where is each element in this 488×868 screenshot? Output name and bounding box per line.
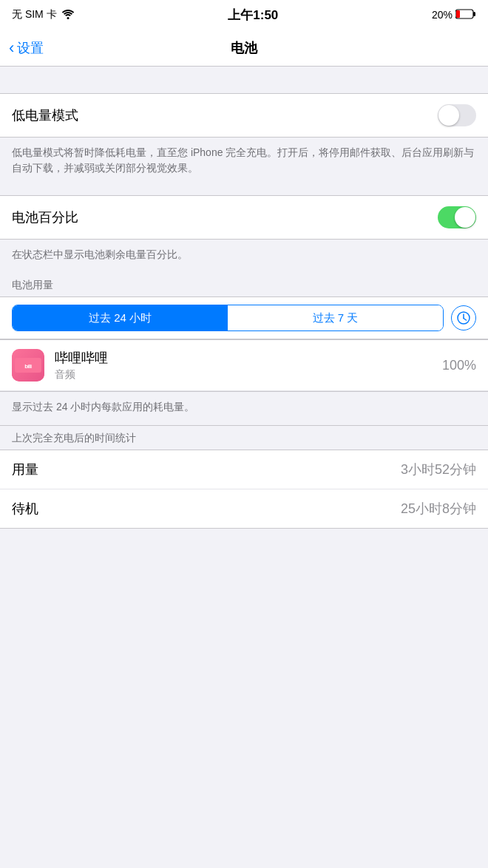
status-left: 无 SIM 卡 [12,8,75,21]
app-info-bilibili: 哔哩哔哩 音频 [55,349,432,382]
svg-point-0 [67,17,69,19]
clock-icon [457,311,470,325]
battery-usage-header: 电池用量 [0,273,488,296]
low-power-mode-row: 低电量模式 [0,94,488,137]
bottom-spacing [0,529,488,617]
battery-percentage-description: 在状态栏中显示电池剩余电量百分比。 [0,240,488,273]
battery-percent: 20% [432,9,453,21]
charge-stats-header: 上次完全充电后的时间统计 [0,425,488,450]
battery-percentage-toggle[interactable] [438,206,476,228]
svg-line-6 [464,319,467,321]
usage-row: 用量 3小时52分钟 [0,450,488,489]
bilibili-logo-icon: bili [15,358,41,373]
segment-control[interactable]: 过去 24 小时 过去 7 天 [12,305,444,331]
segment-7d[interactable]: 过去 7 天 [228,305,443,330]
battery-percentage-section: 电池百分比 [0,195,488,240]
battery-usage-note: 显示过去 24 小时内每款应用的耗电量。 [0,392,488,425]
usage-label: 用量 [12,461,38,478]
segment-24h[interactable]: 过去 24 小时 [13,305,228,330]
section-gap-1 [0,67,488,93]
section-gap-2 [0,186,488,195]
back-label: 设置 [17,39,44,57]
nav-bar: ‹ 设置 电池 [0,30,488,67]
sim-status: 无 SIM 卡 [12,8,57,21]
segment-row: 过去 24 小时 过去 7 天 [0,296,488,339]
app-percent-bilibili: 100% [442,358,476,373]
battery-percentage-label: 电池百分比 [12,208,78,226]
svg-text:bili: bili [24,363,32,370]
svg-rect-2 [456,10,460,18]
status-bar: 无 SIM 卡 上午1:50 20% [0,0,488,30]
app-row-bilibili: bili 哔哩哔哩 音频 100% [0,340,488,391]
low-power-mode-section: 低电量模式 [0,93,488,138]
status-right: 20% [432,9,476,21]
app-sub-bilibili: 音频 [55,368,432,382]
toggle-knob [438,105,459,126]
battery-icon [455,9,476,21]
standby-value: 25小时8分钟 [401,500,476,518]
app-icon-bilibili: bili [12,349,44,382]
app-list-section: bili 哔哩哔哩 音频 100% [0,339,488,392]
svg-rect-3 [473,12,475,16]
back-chevron-icon: ‹ [9,40,14,56]
standby-label: 待机 [12,500,38,518]
page-title: 电池 [231,39,257,57]
standby-row: 待机 25小时8分钟 [0,489,488,528]
low-power-mode-label: 低电量模式 [12,106,78,124]
low-power-mode-toggle[interactable] [438,104,476,126]
back-button[interactable]: ‹ 设置 [9,39,44,57]
battery-percentage-row: 电池百分比 [0,196,488,239]
usage-value: 3小时52分钟 [401,461,476,478]
status-time: 上午1:50 [228,7,278,24]
charge-stats-section: 用量 3小时52分钟 待机 25小时8分钟 [0,450,488,529]
clock-button[interactable] [451,305,476,330]
low-power-description: 低电量模式将暂时降低耗电量，直至您 iPhone 完全充电。打开后，将停用邮件获… [0,138,488,186]
wifi-icon [61,9,75,21]
toggle-knob-2 [455,207,475,228]
app-name-bilibili: 哔哩哔哩 [55,349,432,367]
